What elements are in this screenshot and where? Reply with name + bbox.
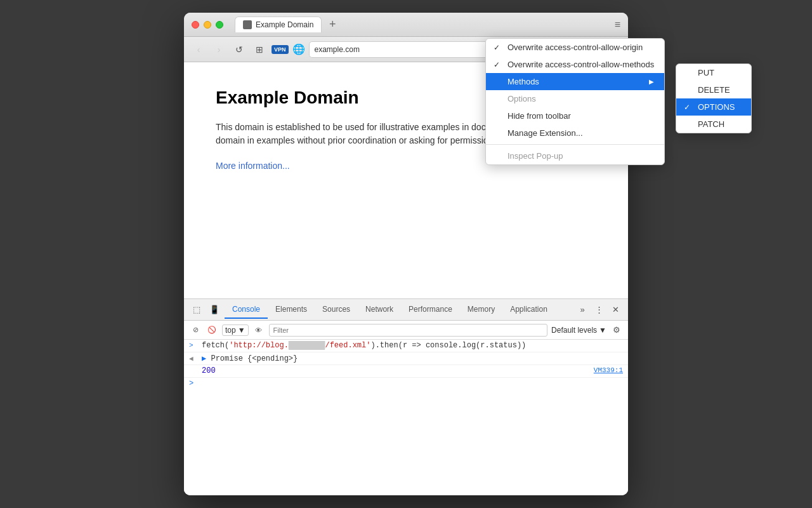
page-content: Example Domain This domain is establishe… bbox=[184, 62, 628, 298]
more-tabs-button[interactable]: » bbox=[575, 302, 590, 318]
devtools-right-icons: » ⋮ ✕ bbox=[575, 302, 623, 318]
log-level-arrow: ▼ bbox=[599, 326, 606, 335]
console-gutter-arrow: > bbox=[189, 341, 202, 349]
minimize-button[interactable] bbox=[204, 21, 211, 29]
share-button[interactable]: ▷ bbox=[586, 41, 603, 58]
tab-favicon bbox=[243, 20, 252, 29]
console-line-promise: ◀ ▶ Promise {<pending>} bbox=[184, 352, 628, 365]
console-prompt-line: > bbox=[184, 378, 628, 389]
url-text: example.com bbox=[315, 45, 360, 54]
label-patch: PATCH bbox=[698, 119, 724, 129]
console-toolbar: ⊘ 🚫 top ▼ 👁 Default levels ▼ ⚙ bbox=[184, 321, 628, 340]
devtools-panel: ⬚ 📱 Console Elements Sources Network Per… bbox=[184, 298, 628, 495]
submenu-item-patch[interactable]: PATCH bbox=[676, 116, 751, 133]
console-eye-button[interactable]: 👁 bbox=[252, 324, 265, 337]
url-extension-count: 0 ✕ bbox=[561, 45, 577, 54]
browser-tab[interactable]: Example Domain bbox=[235, 17, 322, 32]
check-options-sub bbox=[684, 103, 694, 112]
reload-button[interactable]: ↺ bbox=[231, 41, 247, 58]
submenu-arrow-icon: ▶ bbox=[649, 78, 654, 85]
console-gear-icon[interactable]: ⚙ bbox=[610, 324, 623, 337]
tab-console[interactable]: Console bbox=[225, 301, 268, 319]
console-gutter-left: ◀ bbox=[189, 354, 202, 363]
console-filter-input[interactable] bbox=[269, 324, 547, 337]
tab-title: Example Domain bbox=[256, 20, 313, 29]
console-clear-button[interactable]: ⊘ bbox=[189, 324, 202, 337]
tab-application[interactable]: Application bbox=[502, 301, 555, 319]
submenu-item-delete[interactable]: DELETE bbox=[676, 81, 751, 98]
extension-x-icon: ✕ bbox=[568, 45, 577, 54]
tab-elements[interactable]: Elements bbox=[268, 301, 315, 319]
tab-network[interactable]: Network bbox=[358, 301, 401, 319]
context-selector[interactable]: top ▼ bbox=[222, 324, 249, 336]
promise-expand-icon[interactable]: ▶ bbox=[202, 354, 206, 363]
submenu-item-options[interactable]: OPTIONS bbox=[676, 98, 751, 116]
page-body: This domain is established to be used fo… bbox=[216, 121, 596, 147]
vpn-badge: VPN bbox=[272, 45, 289, 54]
submenu-item-put[interactable]: PUT bbox=[676, 64, 751, 81]
new-tab-button[interactable]: + bbox=[324, 17, 341, 33]
methods-submenu: PUT DELETE OPTIONS PATCH bbox=[676, 64, 752, 133]
console-block-button[interactable]: 🚫 bbox=[206, 324, 218, 337]
label-delete: DELETE bbox=[698, 85, 730, 95]
devtools-settings-icon[interactable]: ⋮ bbox=[591, 302, 606, 318]
console-vm-location[interactable]: VM339:1 bbox=[594, 366, 623, 374]
console-input-text: fetch('http://blog.████████/feed.xml').t… bbox=[202, 341, 623, 350]
tab-sources[interactable]: Sources bbox=[315, 301, 358, 319]
nav-bar: ‹ › ↺ ⊞ VPN 🌐 example.com 0 ✕ ▷ ♡ bbox=[184, 37, 628, 62]
close-button[interactable] bbox=[192, 21, 199, 29]
browser-menu-button[interactable]: ≡ bbox=[615, 19, 620, 30]
label-options: OPTIONS bbox=[698, 102, 735, 112]
console-line-input: > fetch('http://blog.████████/feed.xml')… bbox=[184, 340, 628, 352]
maximize-button[interactable] bbox=[216, 21, 223, 29]
devtools-inspect-icon[interactable]: ⬚ bbox=[189, 302, 204, 318]
view-mode-button[interactable]: ⊞ bbox=[251, 41, 268, 58]
context-dropdown-icon: ▼ bbox=[238, 326, 246, 335]
tab-memory[interactable]: Memory bbox=[460, 301, 502, 319]
tab-bar: Example Domain + bbox=[235, 17, 615, 33]
console-promise-text: ▶ Promise {<pending>} bbox=[202, 354, 623, 363]
nav-right-icons: ▷ ♡ bbox=[586, 41, 622, 58]
context-value: top bbox=[225, 326, 236, 335]
page-heading: Example Domain bbox=[216, 88, 596, 108]
console-output: > fetch('http://blog.████████/feed.xml')… bbox=[184, 340, 628, 495]
console-line-200: 200 VM339:1 bbox=[184, 365, 628, 378]
title-bar: Example Domain + ≡ bbox=[184, 13, 628, 37]
security-icon: 🌐 bbox=[292, 43, 305, 55]
browser-window: Example Domain + ≡ ‹ › ↺ ⊞ VPN 🌐 example… bbox=[184, 13, 628, 495]
console-prompt-symbol: > bbox=[189, 379, 193, 388]
console-gutter-empty bbox=[189, 366, 202, 367]
url-bar[interactable]: example.com 0 ✕ bbox=[309, 41, 582, 58]
log-level-selector[interactable]: Default levels ▼ bbox=[551, 326, 606, 335]
devtools-close-icon[interactable]: ✕ bbox=[608, 302, 623, 318]
console-200-value: 200 bbox=[202, 366, 594, 375]
devtools-left-icons: ⬚ 📱 bbox=[189, 302, 222, 318]
devtools-device-icon[interactable]: 📱 bbox=[207, 302, 222, 318]
label-put: PUT bbox=[698, 68, 714, 77]
bookmark-button[interactable]: ♡ bbox=[605, 41, 622, 58]
more-info-link[interactable]: More information... bbox=[216, 161, 290, 171]
devtools-tabs-bar: ⬚ 📱 Console Elements Sources Network Per… bbox=[184, 299, 628, 321]
forward-button[interactable]: › bbox=[211, 41, 227, 58]
traffic-lights bbox=[192, 21, 223, 29]
tab-performance[interactable]: Performance bbox=[401, 301, 460, 319]
back-button[interactable]: ‹ bbox=[190, 41, 207, 58]
